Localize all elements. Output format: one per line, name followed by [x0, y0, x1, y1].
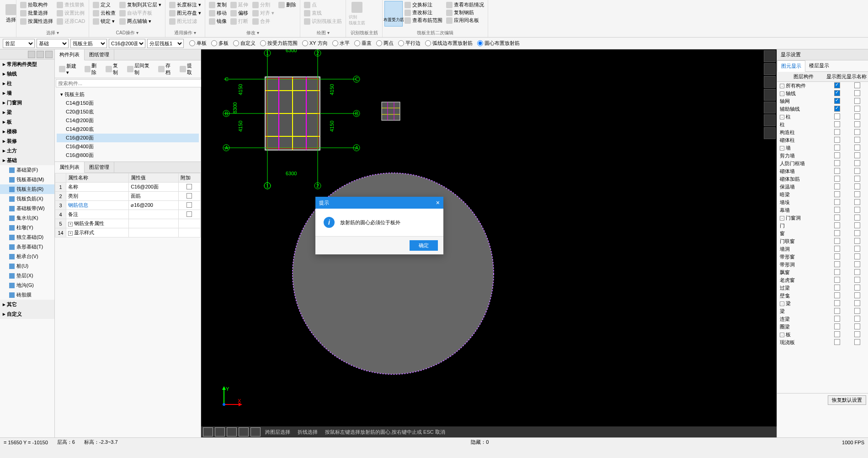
prop-value[interactable] — [129, 210, 179, 219]
filter-radio[interactable]: 圆心布置放射筋 — [477, 40, 520, 47]
toolbar-btn[interactable]: 删除 — [83, 62, 103, 76]
filter-radio[interactable]: 按受力筋范围 — [260, 40, 298, 47]
show-element-checkbox[interactable] — [834, 207, 840, 213]
ribbon-btn[interactable]: 锁定 ▾ — [91, 17, 117, 25]
prop-tab[interactable]: 图层管理 — [85, 162, 114, 172]
prop-value[interactable]: C16@200面 — [129, 183, 179, 192]
layer-label[interactable]: 飘窗 — [778, 269, 827, 276]
layer-label[interactable]: 墙垛 — [778, 199, 827, 206]
layer-label[interactable]: 窗 — [778, 230, 827, 237]
prop-value[interactable] — [129, 219, 179, 228]
layer-label[interactable]: 人防门框墙 — [778, 160, 827, 167]
layer-label[interactable]: 门联窗 — [778, 238, 827, 245]
show-name-checkbox[interactable] — [854, 90, 860, 96]
filter-select[interactable]: 分层筏板1 — [147, 39, 184, 48]
nav-group[interactable]: ▸ 门窗洞 — [0, 98, 54, 108]
expand-icon[interactable]: - — [780, 216, 784, 221]
layer-label[interactable]: 轴网 — [778, 98, 827, 105]
mode2-label[interactable]: 折线选择 — [295, 429, 320, 436]
show-name-checkbox[interactable] — [854, 152, 860, 158]
nav-item[interactable]: 地沟(G) — [0, 280, 54, 290]
filter-select[interactable]: 筏板主筋 — [70, 39, 107, 48]
layer-label[interactable]: -墙 — [778, 145, 827, 151]
nav-item[interactable]: 集水坑(K) — [0, 213, 54, 223]
filter-select[interactable]: 首层 — [3, 39, 35, 48]
show-element-checkbox[interactable] — [834, 137, 840, 143]
tree-item[interactable]: C20@150底 — [57, 108, 199, 116]
show-name-checkbox[interactable] — [854, 222, 860, 228]
show-element-checkbox[interactable] — [834, 215, 840, 221]
nav-item[interactable]: 基础板带(W) — [0, 204, 54, 213]
nav-group[interactable]: ▸ 轴线 — [0, 69, 54, 79]
canvas-tool-7[interactable] — [764, 127, 776, 139]
filter-radio[interactable]: 单板 — [189, 40, 207, 47]
mid-tab[interactable]: 构件列表 — [55, 49, 85, 60]
canvas-tool-4[interactable] — [764, 89, 776, 101]
expand-icon[interactable]: + — [68, 222, 73, 226]
nav-item[interactable]: 桩承台(V) — [0, 252, 54, 261]
canvas-tool-2[interactable] — [764, 63, 776, 75]
ribbon-btn[interactable]: 拾取构件 — [18, 1, 55, 9]
show-element-checkbox[interactable] — [834, 90, 840, 96]
show-element-checkbox[interactable] — [834, 152, 840, 158]
show-element-checkbox[interactable] — [834, 308, 840, 314]
nav-item[interactable]: 筏板主筋(R) — [0, 184, 54, 194]
show-name-checkbox[interactable] — [854, 113, 860, 119]
layer-label[interactable]: 过梁 — [778, 285, 827, 291]
layer-label[interactable]: -板 — [778, 331, 827, 338]
expand-icon[interactable]: - — [780, 84, 784, 88]
drawing-canvas[interactable]: 1 2 C B A C B A 1 2 6300 6300 4150 4150 … — [201, 49, 777, 437]
layer-label[interactable]: 带形洞 — [778, 261, 827, 268]
show-name-checkbox[interactable] — [854, 160, 860, 166]
canvas-bb-2[interactable] — [215, 427, 225, 436]
tree-item[interactable]: C16@800面 — [57, 151, 199, 160]
nav-item[interactable]: 垫层(X) — [0, 271, 54, 280]
ribbon-btn[interactable]: 复制 — [207, 1, 229, 9]
nav-item[interactable]: 筏板负筋(X) — [0, 194, 54, 204]
show-name-checkbox[interactable] — [854, 339, 860, 345]
layer-label[interactable]: 砌体柱 — [778, 137, 827, 144]
filter-select[interactable]: 基础 — [37, 39, 69, 48]
ribbon-btn[interactable]: 批量选择 — [18, 9, 55, 17]
show-element-checkbox[interactable] — [834, 277, 840, 283]
filter-select[interactable]: C16@200面 — [109, 39, 145, 48]
nav-item[interactable]: 筏板基础(M) — [0, 175, 54, 184]
layer-label[interactable]: 梁 — [778, 308, 827, 315]
nav-group[interactable]: ▸ 楼梯 — [0, 127, 54, 136]
show-element-checkbox[interactable] — [834, 253, 840, 259]
canvas-tool-5[interactable] — [764, 102, 776, 113]
show-element-checkbox[interactable] — [834, 285, 840, 291]
layer-label[interactable]: -轴线 — [778, 90, 827, 97]
canvas-tool-3[interactable] — [764, 76, 776, 88]
dialog-ok-button[interactable]: 确定 — [410, 240, 438, 251]
layer-label[interactable]: 老虎窗 — [778, 277, 827, 284]
show-name-checkbox[interactable] — [854, 199, 860, 205]
nav-group[interactable]: ▸ 墙 — [0, 88, 54, 98]
expand-icon[interactable]: - — [780, 115, 784, 119]
ribbon-btn[interactable]: 镜像 — [207, 17, 229, 25]
prop-value[interactable]: ⌀16@200 — [129, 201, 179, 210]
ribbon-btn[interactable]: 查看布筋情况 — [444, 1, 486, 9]
layer-label[interactable]: 辅助轴线 — [778, 106, 827, 113]
show-name-checkbox[interactable] — [854, 269, 860, 275]
layer-label[interactable]: 砌体加筋 — [778, 176, 827, 183]
show-element-checkbox[interactable] — [834, 160, 840, 166]
ribbon-btn[interactable]: 偏移 — [229, 9, 250, 17]
canvas-tool-1[interactable] — [764, 50, 776, 62]
tree-item[interactable]: C16@200面 — [57, 134, 199, 142]
toolbar-btn[interactable]: 复制 — [104, 62, 124, 76]
show-name-checkbox[interactable] — [854, 277, 860, 283]
expand-icon[interactable]: + — [68, 231, 73, 236]
nav-item[interactable]: 柱墩(Y) — [0, 223, 54, 232]
show-element-checkbox[interactable] — [834, 238, 840, 244]
nav-group[interactable]: ▸ 装修 — [0, 136, 54, 146]
show-name-checkbox[interactable] — [854, 215, 860, 221]
show-element-checkbox[interactable] — [834, 222, 840, 228]
show-name-checkbox[interactable] — [854, 129, 860, 135]
tree-item[interactable]: C16@400面 — [57, 142, 199, 151]
show-name-checkbox[interactable] — [854, 308, 860, 314]
ribbon-btn[interactable]: 复制钢筋 — [444, 9, 486, 16]
right-tab[interactable]: 楼层显示 — [805, 60, 833, 71]
show-element-checkbox[interactable] — [834, 323, 840, 329]
show-element-checkbox[interactable] — [834, 300, 840, 306]
